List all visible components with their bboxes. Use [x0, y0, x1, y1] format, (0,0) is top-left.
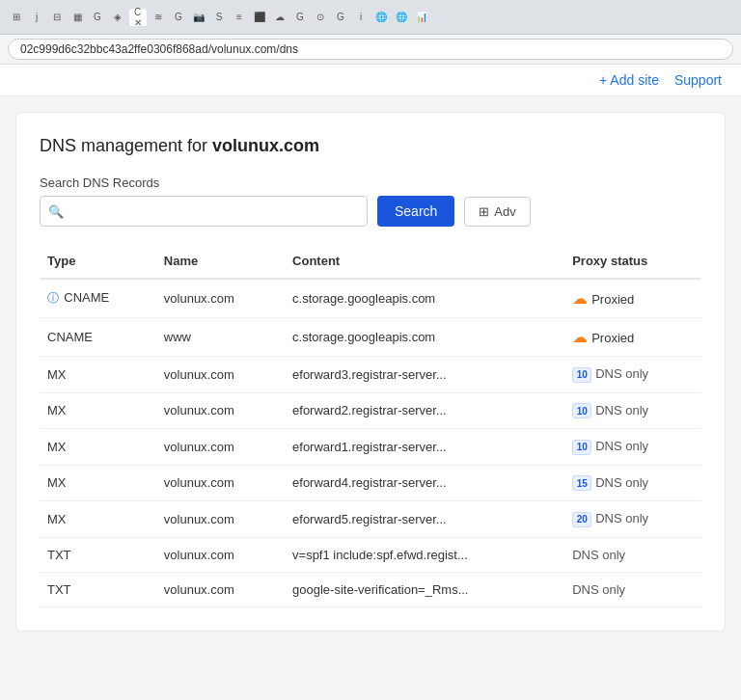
cell-type: ⓘ CNAME [40, 279, 156, 318]
cell-name: volunux.com [156, 357, 285, 393]
table-row[interactable]: MXvolunux.comeforward1.registrar-server.… [40, 429, 701, 466]
table-row[interactable]: MXvolunux.comeforward4.registrar-server.… [40, 465, 701, 501]
cell-proxy-status: 20DNS only [564, 501, 701, 538]
cell-proxy-status: 10DNS only [564, 429, 701, 466]
cell-name: volunux.com [156, 279, 285, 318]
cell-content: eforward2.registrar-server... [285, 392, 564, 429]
cell-name: volunux.com [156, 465, 285, 501]
cloud-icon: ☁ [572, 289, 588, 308]
cell-proxy-status: 10DNS only [564, 357, 701, 393]
browser-icons: ⊞ j ⊟ ▦ G ◈ C ✕ ≋ G 📷 S ≡ ⬛ ☁ G ⊙ G i 🌐 … [8, 9, 430, 26]
dns-only-label: DNS only [572, 548, 625, 562]
info-icon: ⓘ [47, 291, 62, 305]
browser-icon-5: G [89, 9, 106, 26]
address-bar [0, 35, 741, 65]
priority-badge: 10 [572, 440, 591, 455]
add-site-button[interactable]: + Add site [599, 72, 659, 88]
browser-icon-1: ⊞ [8, 9, 25, 26]
browser-icon-20: 📊 [413, 9, 430, 26]
cell-name: volunux.com [156, 537, 285, 572]
cell-proxy-status: 15DNS only [564, 465, 701, 501]
table-header-row: Type Name Content Proxy status [40, 246, 701, 279]
main-content: DNS management for volunux.com Search DN… [15, 112, 726, 632]
browser-icon-9: 📷 [190, 9, 207, 26]
col-type: Type [40, 246, 156, 279]
table-row[interactable]: TXTvolunux.comv=spf1 include:spf.efwd.re… [40, 537, 701, 572]
cell-name: volunux.com [156, 429, 285, 466]
priority-badge: 15 [572, 475, 591, 491]
table-row[interactable]: MXvolunux.comeforward2.registrar-server.… [40, 392, 701, 429]
browser-bar: ⊞ j ⊟ ▦ G ◈ C ✕ ≋ G 📷 S ≡ ⬛ ☁ G ⊙ G i 🌐 … [0, 0, 741, 35]
dns-table: Type Name Content Proxy status ⓘ CNAMEvo… [40, 246, 701, 607]
browser-icon-3: ⊟ [48, 9, 66, 26]
browser-icon-17: i [352, 9, 370, 26]
browser-icon-14: G [291, 9, 309, 26]
table-row[interactable]: MXvolunux.comeforward3.registrar-server.… [40, 357, 701, 393]
table-row[interactable]: ⓘ CNAMEvolunux.comc.storage.googleapis.c… [40, 279, 701, 318]
browser-icon-13: ☁ [271, 9, 288, 26]
dns-only-label: DNS only [595, 366, 648, 381]
dns-only-label: DNS only [595, 439, 648, 453]
browser-icon-8: G [170, 9, 187, 26]
cell-name: www [156, 318, 285, 357]
dns-only-label: DNS only [595, 511, 648, 525]
domain-name: volunux.com [212, 136, 319, 155]
priority-badge: 10 [572, 403, 591, 418]
table-row[interactable]: TXTvolunux.comgoogle-site-verification=_… [40, 572, 701, 606]
cell-proxy-status: DNS only [564, 572, 701, 606]
browser-icon-15: ⊙ [312, 9, 329, 26]
page-title: DNS management for volunux.com [40, 136, 701, 156]
search-icon: 🔍 [48, 204, 64, 219]
search-input[interactable] [64, 197, 359, 226]
col-name: Name [156, 246, 285, 279]
table-row[interactable]: CNAMEwwwc.storage.googleapis.com☁Proxied [40, 318, 701, 357]
cell-type: MX [40, 429, 156, 466]
cloud-icon: ☁ [572, 328, 588, 346]
search-row: 🔍 Search ⊞ Adv [40, 196, 701, 227]
cell-content: v=spf1 include:spf.efwd.regist... [285, 537, 564, 572]
browser-icon-7: ≋ [150, 9, 167, 26]
cell-proxy-status: ☁Proxied [564, 318, 701, 357]
cell-type: CNAME [40, 318, 156, 357]
advanced-button[interactable]: ⊞ Adv [464, 197, 530, 227]
site-header: + Add site Support [0, 65, 741, 96]
cell-name: volunux.com [156, 572, 285, 606]
browser-icon-11: ≡ [231, 9, 248, 26]
browser-icon-6: ◈ [109, 9, 126, 26]
cell-content: eforward5.registrar-server... [285, 501, 564, 538]
table-row[interactable]: MXvolunux.comeforward5.registrar-server.… [40, 501, 701, 538]
browser-icon-12: ⬛ [251, 9, 268, 26]
cell-content: c.storage.googleapis.com [285, 279, 564, 318]
proxied-label: Proxied [591, 331, 634, 345]
cell-type: MX [40, 501, 156, 538]
browser-icon-16: G [332, 9, 349, 26]
address-input[interactable] [8, 39, 733, 60]
support-link[interactable]: Support [674, 72, 722, 88]
cell-type: TXT [40, 572, 156, 606]
browser-icon-4: ▦ [69, 9, 86, 26]
table-icon: ⊞ [479, 204, 489, 219]
cell-content: c.storage.googleapis.com [285, 318, 564, 357]
browser-icon-19: 🌐 [393, 9, 410, 26]
col-proxy-status: Proxy status [564, 246, 701, 279]
cell-name: volunux.com [156, 392, 285, 429]
search-input-wrapper: 🔍 [40, 196, 368, 227]
cell-proxy-status: DNS only [564, 537, 701, 572]
browser-icon-18: 🌐 [372, 9, 390, 26]
priority-badge: 10 [572, 367, 591, 383]
cell-type: MX [40, 465, 156, 501]
cell-content: google-site-verification=_Rms... [285, 572, 564, 606]
cell-type: TXT [40, 537, 156, 572]
adv-label: Adv [494, 204, 515, 219]
browser-icon-tab-active[interactable]: C ✕ [129, 9, 147, 26]
proxied-label: Proxied [591, 292, 634, 307]
cell-content: eforward3.registrar-server... [285, 357, 564, 393]
dns-only-label: DNS only [572, 582, 625, 597]
cell-name: volunux.com [156, 501, 285, 538]
cell-content: eforward1.registrar-server... [285, 429, 564, 466]
cell-type: MX [40, 392, 156, 429]
search-button[interactable]: Search [377, 196, 454, 227]
search-label: Search DNS Records [40, 175, 701, 190]
browser-icon-2: j [28, 9, 45, 26]
cell-type: MX [40, 357, 156, 393]
